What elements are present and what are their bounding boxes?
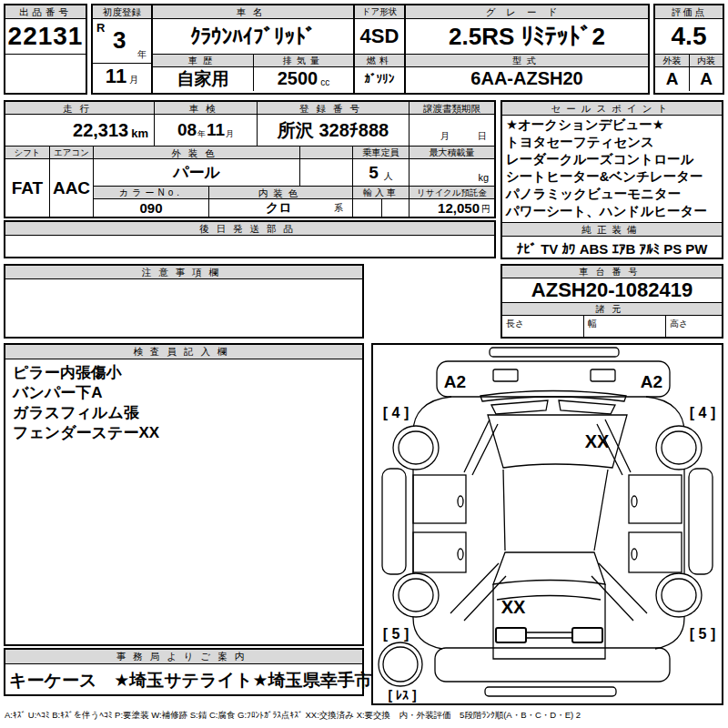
int-color-cell: クロ 系 [209, 199, 353, 217]
capacity-cell: 5 人 [353, 159, 410, 187]
spec-width-cell: 幅 [584, 316, 666, 339]
spare-tire [379, 642, 422, 686]
ext-color-spacer-header [300, 147, 353, 159]
import-cell [353, 199, 410, 217]
history-value: 自家用 [153, 67, 253, 90]
spare-tire-label: [ ﾚｽ ] [388, 688, 416, 703]
fuel-value: ｶﾞｿﾘﾝ [355, 67, 404, 90]
recycle-unit: 円 [481, 203, 490, 216]
interior-grade-cell: 内装 A [690, 55, 723, 91]
taillight-right [572, 628, 602, 642]
maxload-unit: kg [478, 172, 489, 183]
score-box: 評価点 4.5 外装 A 内装 A [653, 4, 724, 95]
wheel-front-left [393, 426, 439, 470]
car-top-view: A2 A2 [ 4 ] [ 4 ] XX XX [ 5 ] [ 5 ] [ ﾚｽ… [373, 345, 722, 703]
sales-points-box: セールスポイント ★オークションデビュー★ トヨタセーフティセンス レーダークル… [500, 100, 723, 259]
ext-color-label: 外装色 [94, 147, 300, 159]
inspector-note-line: フェンダーステーXX [13, 423, 355, 443]
chassis-box: 車台番号 AZSH20-1082419 諸元 長さ 幅 高さ [500, 264, 723, 339]
transfer-day-unit: 日 [478, 130, 487, 143]
auction-sheet: { "top": { "lot_label": "出品番号", "lot_val… [0, 0, 728, 728]
recycle-cell: 12,050 円 [410, 199, 494, 217]
oem-equipment-value: ﾅﾋﾞ TV ｶﾜ ABS ｴｱB ｱﾙﾐ PS PW [502, 237, 722, 260]
door-shape-label: ドア形状 [355, 5, 404, 19]
cowl-band [480, 391, 626, 402]
sales-point-line: パワーシート、ハンドルヒーター [506, 203, 718, 220]
wiper-panel-right [559, 400, 615, 414]
aircon-label: エアコン [50, 147, 94, 159]
specs-row: 長さ 幅 高さ [502, 316, 722, 339]
reg-year-value: 3 [113, 26, 126, 55]
aircon-value: AAC [50, 159, 94, 217]
history-displacement-row: 車歴 自家用 排気量 2500 cc [153, 55, 353, 91]
spec-height-cell: 高さ [666, 316, 722, 339]
oem-equipment-label: 純正装備 [502, 222, 722, 237]
mileage-cell: 22,313 km [5, 115, 155, 147]
displacement-value: 2500 [278, 68, 318, 89]
regno-label: 登録番号 [258, 102, 410, 115]
later-parts-value [5, 236, 494, 258]
recycle-label: リサイクル預託金 [410, 187, 494, 199]
rear-window [493, 552, 605, 584]
first-registration-month-cell: 11 月 [93, 64, 151, 89]
sales-point-line: ★オークションデビュー★ [506, 116, 718, 134]
inspector-notes-list: ピラー内張傷小 バンパー下A ガラスフィルム張 フェンダーステーXX [5, 359, 362, 447]
shaken-year-unit: 年 [197, 128, 206, 140]
sales-points-label: セールスポイント [502, 102, 722, 116]
shift-value: FAT [5, 159, 50, 217]
lot-number-label: 出品番号 [5, 5, 86, 19]
first-registration-year-cell: R 3 年 [93, 19, 151, 64]
damage-mark-xx-front: XX [585, 431, 610, 451]
int-color-suffix: 系 [334, 202, 343, 215]
lot-number-box: 出品番号 22131 [4, 4, 87, 95]
exterior-grade-label: 外装 [655, 55, 689, 67]
car-damage-diagram: A2 A2 [ 4 ] [ 4 ] XX XX [ 5 ] [ 5 ] [ ﾚｽ… [371, 343, 723, 705]
int-color-value: クロ [266, 200, 292, 217]
tire-depth-rear-right: [ 5 ] [690, 626, 715, 642]
lot-number-value: 22131 [5, 19, 86, 55]
sales-points-list: ★オークションデビュー★ トヨタセーフティセンス レーダークルーズコントロール … [502, 116, 722, 222]
roof-edges [503, 470, 608, 551]
taillight-left [496, 628, 526, 642]
regno-value: 所沢 328ﾁ888 [258, 115, 410, 147]
mileage-unit: km [131, 126, 148, 140]
damage-mark-a2-left: A2 [444, 372, 466, 391]
a-pillar-left [464, 420, 498, 475]
recycle-value: 12,050 [438, 200, 480, 216]
office-notice-box: 事務局よりご案内 キーケース ★埼玉サテライト★埼玉県幸手市 [4, 648, 364, 696]
transfer-month-unit: 月 [440, 130, 450, 143]
damage-mark-a2-right: A2 [641, 372, 662, 391]
exterior-grade-cell: 外装 A [655, 55, 690, 91]
car-name-box: 車名 ｸﾗｳﾝﾊｲﾌﾞﾘｯﾄﾞ 車歴 自家用 排気量 2500 cc [151, 4, 355, 95]
transfer-deadline-cell: 月 日 [410, 115, 494, 147]
notes-value [5, 279, 362, 336]
reg-month-unit: 月 [129, 74, 138, 86]
grade-box: グレード 2.5RS ﾘﾐﾃｯﾄﾞ2 型式 6AA-AZSH20 [404, 4, 650, 95]
maxload-cell: kg [410, 159, 494, 187]
shift-label: シフト [5, 147, 50, 159]
sales-point-line: シートヒーター&ベンチレーター [506, 168, 718, 186]
notes-box: 注意事項欄 [4, 264, 364, 339]
chassis-value: AZSH20-1082419 [502, 278, 722, 303]
history-label: 車歴 [153, 55, 253, 67]
ext-int-grade-row: 外装 A 内装 A [655, 55, 723, 91]
import-label: 輸入車 [353, 187, 410, 199]
wheel-rear-right [656, 573, 702, 617]
side-skirt-right [689, 469, 713, 574]
score-value: 4.5 [655, 19, 723, 55]
side-skirt-left [382, 469, 406, 574]
era-value: R [96, 21, 105, 35]
capacity-unit: 人 [384, 170, 393, 183]
ext-color-value: パール [94, 159, 300, 187]
door-shape-box: ドア形状 4SD 燃料 ｶﾞｿﾘﾝ [353, 4, 406, 95]
displacement-unit: cc [320, 77, 329, 87]
door-handle-front-right [632, 496, 637, 507]
capacity-value: 5 [369, 163, 379, 183]
mileage-label: 走行 [5, 102, 155, 115]
exterior-grade-value: A [655, 67, 689, 90]
wheel-front-right [656, 426, 702, 470]
history-cell: 車歴 自家用 [153, 55, 254, 91]
rear-bumper [435, 648, 670, 682]
taillight-connector [526, 632, 572, 638]
wiper-panel-left [491, 400, 548, 414]
